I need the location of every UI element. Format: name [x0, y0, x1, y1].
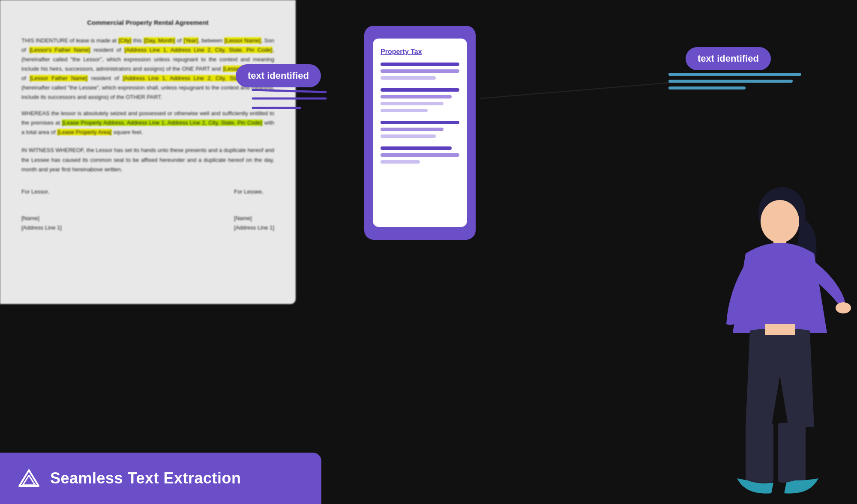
card-line-10 [381, 134, 436, 138]
document-paragraph-1: THIS INDENTURE of lease is made at [City… [21, 36, 274, 102]
lessee-section: For Lessee, [Name] [Address Line 1] [234, 187, 274, 233]
property-card: Property Tax [373, 39, 467, 227]
card-line-12 [381, 153, 459, 157]
property-card-container: Property Tax [364, 26, 476, 240]
svg-rect-8 [746, 423, 773, 483]
document-title: Commercial Property Rental Agreement [21, 17, 274, 28]
right-line-2 [668, 80, 793, 83]
card-line-7 [381, 109, 428, 112]
card-line-5 [381, 95, 452, 98]
signature-row: For Lessor, [Name] [Address Line 1] For … [21, 187, 274, 233]
svg-point-7 [836, 302, 851, 313]
svg-marker-11 [19, 470, 39, 486]
card-line-11 [381, 146, 452, 150]
right-lines-group [668, 73, 801, 89]
person-illustration [694, 170, 857, 504]
card-line-13 [381, 160, 420, 164]
card-line-6 [381, 102, 443, 105]
card-line-9 [381, 128, 443, 131]
card-line-2 [381, 69, 459, 73]
bottom-tagline: Seamless Text Extraction [50, 469, 241, 487]
card-title: Property Tax [381, 48, 459, 56]
lessor-section: For Lessor, [Name] [Address Line 1] [21, 187, 62, 233]
document-paragraph-2: WHEREAS the lessor is absolutely seized … [21, 109, 274, 137]
card-line-4 [381, 88, 459, 92]
svg-rect-9 [778, 423, 806, 483]
card-line-8 [381, 121, 459, 124]
card-line-1 [381, 63, 459, 66]
tooltip-right: text identified [686, 47, 771, 70]
document-paragraph-3: IN WITNESS WHEREOF, the Lessor has set i… [21, 146, 274, 174]
bottom-bar: Seamless Text Extraction [0, 453, 321, 504]
tooltip-left: text identified [236, 64, 321, 87]
svg-rect-10 [765, 324, 795, 335]
document-paper: Commercial Property Rental Agreement THI… [0, 0, 296, 304]
svg-point-5 [761, 200, 799, 243]
card-line-3 [381, 76, 436, 80]
svg-line-3 [480, 81, 686, 98]
right-line-1 [668, 73, 801, 76]
logo-icon [17, 467, 41, 490]
right-line-3 [668, 86, 746, 89]
